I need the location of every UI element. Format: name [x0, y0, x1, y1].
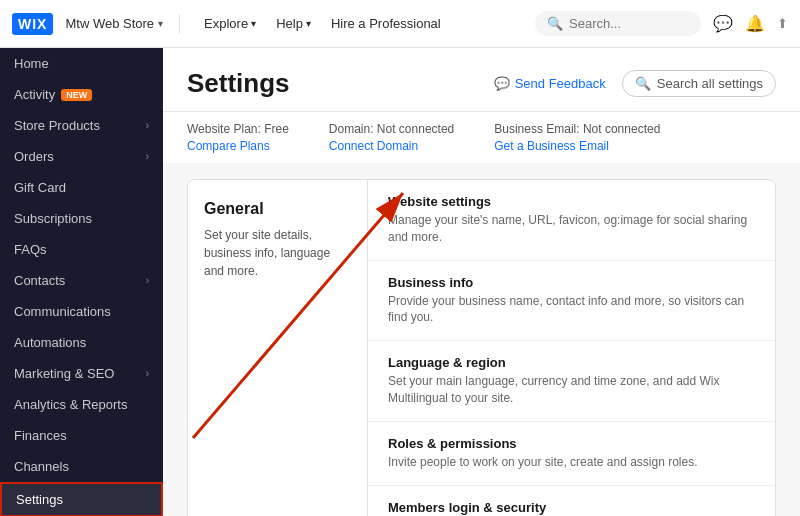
settings-title: Settings	[187, 68, 290, 99]
sidebar-item-communications[interactable]: Communications	[0, 296, 163, 327]
sidebar-analytics-reports-label: Analytics & Reports	[14, 397, 127, 412]
roles-permissions-desc: Invite people to work on your site, crea…	[388, 454, 755, 471]
sidebar-item-settings[interactable]: Settings	[0, 482, 163, 516]
sidebar-item-channels[interactable]: Channels	[0, 451, 163, 482]
general-section-card: General Set your site details, business …	[187, 179, 776, 516]
marketing-chevron-icon: ›	[146, 368, 149, 379]
sidebar-automations-label: Automations	[14, 335, 86, 350]
sidebar-settings-label: Settings	[16, 492, 63, 507]
upgrade-icon[interactable]: ⬆	[777, 16, 788, 31]
sidebar: Home Activity NEW Store Products › Order…	[0, 48, 163, 516]
nav-hire-label: Hire a Professional	[331, 16, 441, 31]
business-info-row[interactable]: Business info Provide your business name…	[368, 261, 775, 342]
nav-hire-professional[interactable]: Hire a Professional	[323, 12, 449, 35]
sidebar-communications-label: Communications	[14, 304, 111, 319]
sidebar-marketing-seo-label: Marketing & SEO	[14, 366, 114, 381]
business-email-item: Business Email: Not connected Get a Busi…	[494, 122, 660, 153]
settings-header-right: 💬 Send Feedback 🔍 Search all settings	[494, 70, 776, 97]
site-name-chevron-icon: ▾	[158, 18, 163, 29]
connect-domain-link[interactable]: Connect Domain	[329, 139, 454, 153]
nav-explore-label: Explore	[204, 16, 248, 31]
sidebar-item-faqs[interactable]: FAQs	[0, 234, 163, 265]
top-search-input[interactable]	[569, 16, 689, 31]
plan-bar: Website Plan: Free Compare Plans Domain:…	[163, 111, 800, 163]
settings-body: General Set your site details, business …	[163, 163, 800, 516]
settings-search-icon: 🔍	[635, 76, 651, 91]
domain-label: Domain: Not connected	[329, 122, 454, 136]
settings-search-label: Search all settings	[657, 76, 763, 91]
nav-links: Explore ▾ Help ▾ Hire a Professional	[196, 12, 449, 35]
general-section-title: General	[204, 200, 351, 218]
sidebar-channels-label: Channels	[14, 459, 69, 474]
settings-content: Settings 💬 Send Feedback 🔍 Search all se…	[163, 48, 800, 516]
website-settings-title: Website settings	[388, 194, 755, 209]
settings-search-button[interactable]: 🔍 Search all settings	[622, 70, 776, 97]
bell-icon[interactable]: 🔔	[745, 14, 765, 33]
roles-permissions-title: Roles & permissions	[388, 436, 755, 451]
language-region-desc: Set your main language, currency and tim…	[388, 373, 755, 407]
compare-plans-link[interactable]: Compare Plans	[187, 139, 289, 153]
members-login-row[interactable]: Members login & security Manage site mem…	[368, 486, 775, 516]
chat-icon[interactable]: 💬	[713, 14, 733, 33]
settings-header: Settings 💬 Send Feedback 🔍 Search all se…	[163, 48, 800, 111]
sidebar-gift-card-label: Gift Card	[14, 180, 66, 195]
top-search-icon: 🔍	[547, 16, 563, 31]
language-region-title: Language & region	[388, 355, 755, 370]
contacts-chevron-icon: ›	[146, 275, 149, 286]
nav-help-chevron-icon: ▾	[306, 18, 311, 29]
activity-badge: NEW	[61, 89, 92, 101]
nav-explore-chevron-icon: ▾	[251, 18, 256, 29]
send-feedback-button[interactable]: 💬 Send Feedback	[494, 76, 606, 91]
sidebar-finances-label: Finances	[14, 428, 67, 443]
sidebar-store-products-label: Store Products	[14, 118, 100, 133]
sidebar-activity-label: Activity	[14, 87, 55, 102]
nav-explore[interactable]: Explore ▾	[196, 12, 264, 35]
website-plan-item: Website Plan: Free Compare Plans	[187, 122, 289, 153]
sidebar-item-home-label: Home	[14, 56, 49, 71]
orders-chevron-icon: ›	[146, 151, 149, 162]
sidebar-item-gift-card[interactable]: Gift Card	[0, 172, 163, 203]
sidebar-item-marketing-seo[interactable]: Marketing & SEO ›	[0, 358, 163, 389]
top-nav-icons: 💬 🔔 ⬆	[713, 14, 788, 33]
members-login-title: Members login & security	[388, 500, 755, 515]
send-feedback-label: Send Feedback	[515, 76, 606, 91]
top-navigation: WIX Mtw Web Store ▾ Explore ▾ Help ▾ Hir…	[0, 0, 800, 48]
language-region-row[interactable]: Language & region Set your main language…	[368, 341, 775, 422]
sidebar-item-contacts[interactable]: Contacts ›	[0, 265, 163, 296]
nav-help-label: Help	[276, 16, 303, 31]
website-settings-row[interactable]: Website settings Manage your site's name…	[368, 180, 775, 261]
feedback-icon: 💬	[494, 76, 510, 91]
nav-help[interactable]: Help ▾	[268, 12, 319, 35]
sidebar-item-activity[interactable]: Activity NEW	[0, 79, 163, 110]
get-business-email-link[interactable]: Get a Business Email	[494, 139, 660, 153]
domain-item: Domain: Not connected Connect Domain	[329, 122, 454, 153]
sidebar-activity-left: Activity NEW	[14, 87, 92, 102]
sidebar-item-store-products[interactable]: Store Products ›	[0, 110, 163, 141]
website-plan-label: Website Plan: Free	[187, 122, 289, 136]
site-name-label: Mtw Web Store	[65, 16, 154, 31]
general-section-left: General Set your site details, business …	[188, 180, 368, 516]
sidebar-item-orders[interactable]: Orders ›	[0, 141, 163, 172]
sidebar-faqs-label: FAQs	[14, 242, 47, 257]
sidebar-item-finances[interactable]: Finances	[0, 420, 163, 451]
roles-permissions-row[interactable]: Roles & permissions Invite people to wor…	[368, 422, 775, 486]
store-products-chevron-icon: ›	[146, 120, 149, 131]
business-email-label: Business Email: Not connected	[494, 122, 660, 136]
sidebar-contacts-label: Contacts	[14, 273, 65, 288]
business-info-desc: Provide your business name, contact info…	[388, 293, 755, 327]
sidebar-item-subscriptions[interactable]: Subscriptions	[0, 203, 163, 234]
wix-logo: WIX	[12, 13, 53, 35]
sidebar-item-home[interactable]: Home	[0, 48, 163, 79]
business-info-title: Business info	[388, 275, 755, 290]
website-settings-desc: Manage your site's name, URL, favicon, o…	[388, 212, 755, 246]
sidebar-subscriptions-label: Subscriptions	[14, 211, 92, 226]
sidebar-item-analytics-reports[interactable]: Analytics & Reports	[0, 389, 163, 420]
sidebar-item-automations[interactable]: Automations	[0, 327, 163, 358]
general-section-right: Website settings Manage your site's name…	[368, 180, 775, 516]
main-layout: Home Activity NEW Store Products › Order…	[0, 48, 800, 516]
top-search-bar[interactable]: 🔍	[535, 11, 701, 36]
nav-divider	[179, 14, 180, 34]
sidebar-orders-label: Orders	[14, 149, 54, 164]
general-section-desc: Set your site details, business info, la…	[204, 226, 351, 280]
site-name-button[interactable]: Mtw Web Store ▾	[65, 16, 163, 31]
